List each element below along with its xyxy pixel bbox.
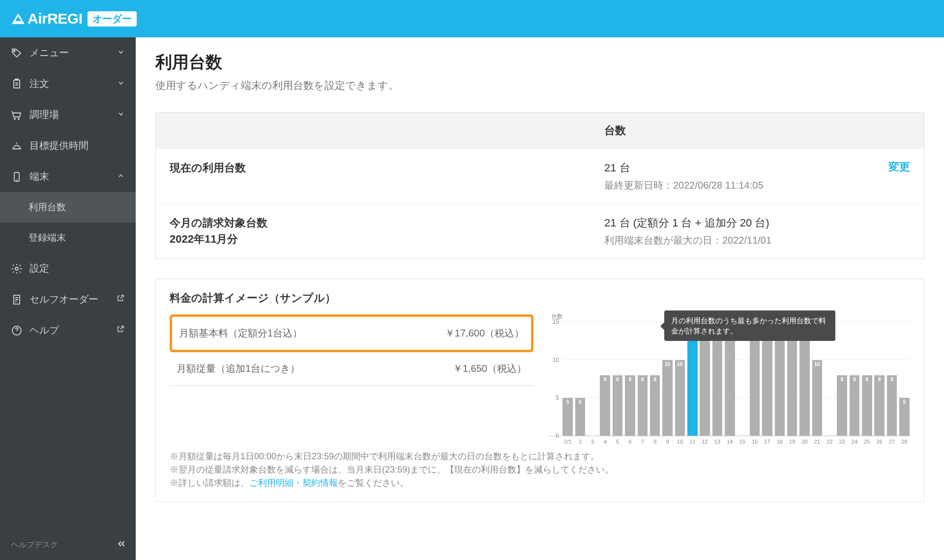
sidebar-item-order[interactable]: 注文	[0, 68, 136, 99]
bar: 5	[562, 398, 573, 436]
sidebar: メニュー注文調理場目標提供時間端末利用台数登録端末設定セルフオーダーヘルプ ヘル…	[0, 37, 136, 560]
bar: 8	[887, 375, 897, 436]
logo-text: AirREGI	[28, 10, 83, 27]
bar: 8	[862, 375, 872, 436]
bar-col: 88	[649, 314, 661, 436]
bar: 14	[700, 330, 710, 436]
bar: 10	[812, 360, 823, 436]
bar-col: 84	[599, 314, 611, 436]
svg-point-0	[14, 50, 15, 52]
logo-icon	[12, 13, 25, 24]
page-subtitle: 使用するハンディ端末の利用台数を設定できます。	[155, 79, 924, 92]
usage-card: 台数 現在の利用台数21 台最終更新日時：2022/06/28 11:14:05…	[155, 112, 924, 259]
change-button[interactable]: 変更	[888, 160, 910, 174]
helpdesk-link[interactable]: ヘルプデスク	[0, 531, 136, 560]
bar: 14	[799, 330, 810, 436]
bar: 8	[874, 375, 885, 436]
tag-icon	[11, 47, 23, 59]
bar: 8	[638, 375, 648, 436]
row-label: 現在の利用台数	[170, 160, 604, 176]
sidebar-collapse-button[interactable]	[116, 538, 127, 551]
bar: 8	[625, 375, 635, 436]
price-label: 月額従量（追加1台につき）	[177, 362, 300, 375]
help-icon	[11, 325, 23, 336]
card-header: 台数	[156, 112, 924, 149]
external-link-icon	[116, 294, 125, 305]
external-link-icon	[116, 325, 125, 336]
sidebar-item-label: 注文	[30, 77, 49, 90]
bar-col: 3	[587, 314, 598, 436]
bar-col: 87	[637, 314, 648, 436]
main-content: 利用台数 使用するハンディ端末の利用台数を設定できます。 台数 現在の利用台数2…	[136, 37, 944, 560]
sidebar-item-label: メニュー	[30, 46, 69, 59]
sidebar-item-usage[interactable]: 利用台数	[0, 192, 136, 223]
price-table: 月額基本料（定額分1台込）￥17,600（税込）月額従量（追加1台につき）￥1,…	[170, 314, 533, 386]
sidebar-item-settings[interactable]: 設定	[0, 253, 136, 284]
logo-badge: オーダー	[88, 11, 137, 27]
card-header-label: 台数	[604, 123, 910, 138]
price-row: 月額従量（追加1台につき）￥1,650（税込）	[170, 352, 533, 386]
svg-rect-1	[14, 80, 20, 88]
chart-tooltip: 月の利用台数のうち最も多かった利用台数で料金が計算されます。	[664, 310, 835, 341]
bar-col: 826	[874, 314, 885, 436]
row-label: 今月の請求対象台数2022年11月分	[170, 215, 604, 247]
sidebar-item-label: 調理場	[30, 108, 59, 121]
bar: 14	[712, 330, 723, 436]
bar-col: 52	[574, 314, 586, 436]
app-header: AirREGI オーダー	[0, 0, 944, 37]
clipboard-icon	[11, 78, 23, 90]
bar: 8	[613, 375, 623, 436]
notes: ※月額従量は毎月1日00:00から末日23:59の期間中で利用端末台数が最大の日…	[170, 450, 910, 490]
sidebar-item-menu[interactable]: メニュー	[0, 37, 136, 68]
billing-link[interactable]: ご利用明細・契約情報	[249, 478, 338, 488]
bar-col: 827	[886, 314, 897, 436]
table-row: 現在の利用台数21 台最終更新日時：2022/06/28 11:14:05変更	[156, 149, 924, 203]
calc-title: 料金の計算イメージ（サンプル）	[170, 291, 910, 306]
receipt-icon	[11, 294, 23, 306]
sidebar-item-help[interactable]: ヘルプ	[0, 315, 136, 346]
sidebar-item-label: セルフオーダー	[30, 293, 98, 306]
sidebar-item-registered[interactable]: 登録端末	[0, 223, 136, 253]
sidebar-item-label: 目標提供時間	[30, 139, 88, 152]
chevron-down-icon	[117, 109, 125, 120]
bar: 14	[750, 330, 760, 436]
bar: 8	[600, 375, 610, 436]
chevron-down-icon	[117, 47, 125, 58]
bar-col: 825	[861, 314, 873, 436]
bar: 14	[725, 330, 735, 436]
sidebar-item-label: 端末	[30, 170, 49, 183]
price-value: ￥1,650（税込）	[453, 362, 527, 375]
dish-icon	[11, 140, 23, 152]
bar-col: 52/1	[562, 314, 573, 436]
sidebar-item-label: 設定	[30, 262, 49, 275]
chevron-down-icon	[117, 78, 125, 89]
bar: 14	[787, 330, 797, 436]
logo: AirREGI オーダー	[12, 10, 137, 27]
chevron-up-icon	[117, 171, 125, 182]
bar: 14	[762, 330, 772, 436]
sidebar-item-label: ヘルプ	[30, 324, 59, 337]
svg-point-3	[15, 267, 18, 270]
sidebar-item-terminal[interactable]: 端末	[0, 161, 136, 192]
bar: 5	[899, 398, 910, 436]
sidebar-item-selforder[interactable]: セルフオーダー	[0, 284, 136, 315]
sidebar-item-target[interactable]: 目標提供時間	[0, 130, 136, 161]
bar-col: 823	[836, 314, 848, 436]
row-value: 21 台 (定額分 1 台 + 追加分 20 台)利用端末台数が最大の日：202…	[604, 215, 910, 248]
bar-col: 528	[899, 314, 910, 436]
bar-col: 824	[849, 314, 860, 436]
bar: 8	[850, 375, 860, 436]
bar: 10	[675, 360, 685, 436]
bar: 5	[575, 398, 586, 436]
sidebar-item-kitchen[interactable]: 調理場	[0, 99, 136, 130]
bar: 8	[837, 375, 847, 436]
bar: 14	[775, 330, 785, 436]
page-title: 利用台数	[155, 51, 924, 74]
table-row: 今月の請求対象台数2022年11月分21 台 (定額分 1 台 + 追加分 20…	[156, 203, 924, 258]
price-value: ￥17,600（税込）	[445, 327, 524, 340]
bar: 14	[687, 330, 698, 436]
price-row: 月額基本料（定額分1台込）￥17,600（税込）	[170, 314, 533, 352]
chart: 台数 05101552/1523848586878810910101411141…	[547, 314, 910, 436]
calc-card: 料金の計算イメージ（サンプル） 月額基本料（定額分1台込）￥17,600（税込）…	[155, 279, 924, 502]
bar: 10	[662, 360, 673, 436]
